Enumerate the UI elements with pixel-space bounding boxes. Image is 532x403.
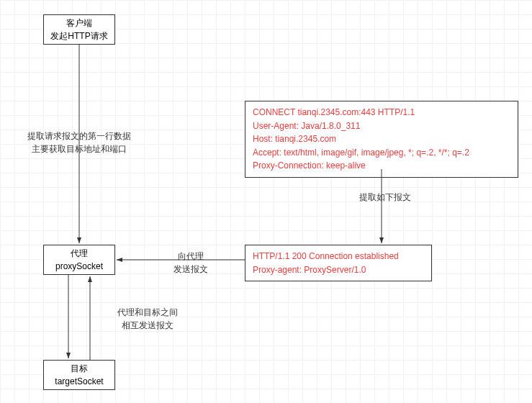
request-box[interactable]: CONNECT tianqi.2345.com:443 HTTP/1.1 Use…	[245, 101, 518, 178]
edge-label-extract-below: 提取如下报文	[353, 191, 418, 204]
target-node[interactable]: 目标 targetSocket	[43, 360, 115, 390]
client-line2: 发起HTTP请求	[50, 30, 107, 42]
resp-l1: HTTP/1.1 200 Connection established	[253, 250, 424, 263]
req-l2: User-Agent: Java/1.8.0_311	[253, 119, 510, 133]
stp-l1: 向代理	[162, 250, 220, 263]
proxy-node[interactable]: 代理 proxySocket	[43, 245, 115, 275]
pt-l1: 代理和目标之间	[108, 306, 187, 319]
req-l5: Proxy-Connection: keep-alive	[253, 159, 510, 173]
req-l4: Accept: text/html, image/gif, image/jpeg…	[253, 146, 510, 160]
response-box[interactable]: HTTP/1.1 200 Connection established Prox…	[245, 245, 432, 281]
edge-label-proxy-target: 代理和目标之间 相互发送报文	[108, 306, 187, 332]
edge-label-extract-firstline: 提取请求报文的第一行数据 主要获取目标地址和端口	[22, 130, 137, 155]
diagram-arrows	[0, 0, 532, 403]
efl-l2: 主要获取目标地址和端口	[22, 142, 137, 155]
pt-l2: 相互发送报文	[108, 319, 187, 332]
proxy-line1: 代理	[71, 247, 88, 260]
target-line1: 目标	[71, 362, 88, 375]
req-l1: CONNECT tianqi.2345.com:443 HTTP/1.1	[253, 106, 510, 119]
client-node[interactable]: 客户端 发起HTTP请求	[43, 14, 115, 45]
proxy-line2: proxySocket	[55, 260, 103, 273]
target-line2: targetSocket	[55, 375, 103, 388]
efl-l1: 提取请求报文的第一行数据	[22, 130, 137, 142]
stp-l2: 发送报文	[162, 263, 220, 276]
edge-label-send-to-proxy: 向代理 发送报文	[162, 250, 220, 276]
client-line1: 客户端	[66, 17, 92, 30]
req-l3: Host: tianqi.2345.com	[253, 132, 510, 146]
resp-l2: Proxy-agent: ProxyServer/1.0	[253, 263, 424, 277]
